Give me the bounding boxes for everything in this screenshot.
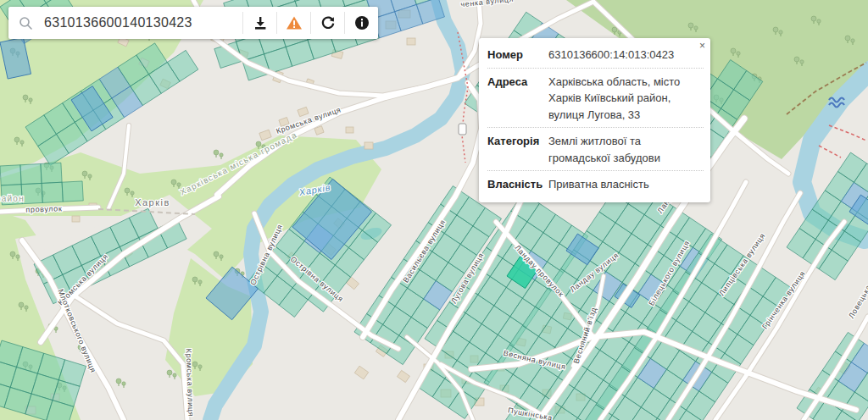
warning-icon [286,15,303,30]
download-icon [253,15,268,30]
refresh-icon [320,15,336,30]
popup-row-label: Номер [487,47,548,64]
street-label: провулок [25,204,62,213]
building [72,216,80,222]
cadastral-parcel[interactable] [0,165,21,185]
popup-row-value: Харківська область, місто Харків Київськ… [548,74,703,124]
popup-row-label: Адреса [487,74,548,124]
search-input[interactable] [42,14,242,31]
popup-row-value: Приватна власність [548,176,703,193]
popup-row: КатегоріяЗемлі житлової та громадської з… [487,128,704,171]
admin-label: Київський район [0,194,25,203]
building [407,38,415,45]
popup-row-value: 6310136600:14:013:0423 [548,47,703,64]
refresh-button[interactable] [310,12,344,34]
popup-row-label: Власність [487,176,548,193]
download-button[interactable] [242,12,276,34]
boundary-marker [459,124,466,135]
warning-button[interactable] [276,12,310,34]
search-icon [8,16,42,30]
cadastral-parcel[interactable] [62,181,83,202]
popup-row: Номер6310136600:14:013:0423 [487,41,704,69]
search-bar [8,7,378,39]
city-label: Харків [135,197,170,207]
popup-row-value: Землі житлової та громадської забудови [548,133,703,166]
map-canvas[interactable]: Кромська вулицяКромська вулицяКромська в… [0,0,868,420]
close-icon[interactable]: × [699,41,705,51]
cadastral-parcel[interactable] [21,183,42,203]
info-icon [354,15,370,30]
building [364,142,373,149]
popup-row: ВласністьПриватна власність [487,171,704,197]
popup-row: АдресаХарківська область, місто Харків К… [487,69,704,129]
building [346,127,353,133]
cadastral-parcel[interactable] [42,182,63,202]
popup-row-label: Категорія [487,133,548,166]
parcel-info-popup: × Номер6310136600:14:013:0423АдресаХаркі… [479,38,710,202]
cadastral-parcel[interactable] [41,163,62,183]
cadastral-parcel[interactable] [20,163,42,184]
info-button[interactable] [344,12,378,34]
